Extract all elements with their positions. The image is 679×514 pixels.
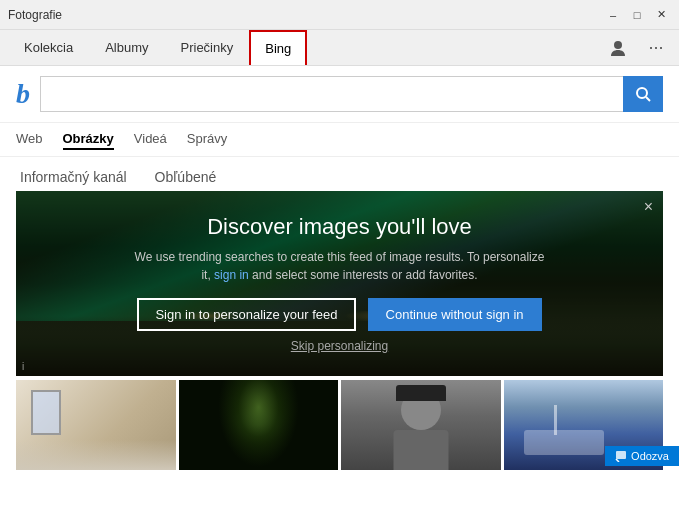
info-icon[interactable]: i (22, 361, 24, 372)
sign-in-personalize-button[interactable]: Sign in to personalize your feed (137, 298, 355, 331)
feedback-button[interactable]: Odozva (605, 446, 679, 466)
svg-point-0 (614, 41, 622, 49)
thumbnail-1[interactable] (16, 380, 176, 470)
svg-rect-3 (616, 451, 626, 459)
main-image-area: × Discover images you'll love We use tre… (16, 191, 663, 376)
tab-kolekcia[interactable]: Kolekcia (8, 30, 89, 65)
more-button[interactable]: ··· (641, 33, 671, 63)
close-button[interactable]: ✕ (651, 5, 671, 25)
content-area: b Web Obrázky Videá Správy Informačný ka… (0, 66, 679, 514)
person-cap (396, 385, 446, 401)
dialog-title: Discover images you'll love (207, 214, 472, 240)
bing-logo: b (16, 78, 30, 110)
account-button[interactable] (603, 33, 633, 63)
window-controls: – □ ✕ (603, 5, 671, 25)
nav-bar: Kolekcia Albumy Priečinky Bing ··· (0, 30, 679, 66)
mast-shape (554, 405, 557, 435)
thumb-floor (16, 440, 176, 470)
thumbnail-section: Odozva (0, 380, 679, 470)
forest-tunnel (179, 380, 339, 470)
search-icon (635, 86, 651, 102)
search-input[interactable] (40, 76, 623, 112)
tab-feed[interactable]: Informačný kanál (16, 167, 131, 187)
thumbnail-row (16, 380, 663, 470)
thumbnail-3[interactable] (341, 380, 501, 470)
sub-nav: Web Obrázky Videá Správy (0, 123, 679, 157)
account-icon (609, 39, 627, 57)
boat-shape (524, 430, 604, 455)
svg-line-4 (616, 459, 619, 462)
person-body (393, 430, 448, 470)
tab-bing[interactable]: Bing (249, 30, 307, 65)
main-tabs: Kolekcia Albumy Priečinky Bing (8, 30, 307, 65)
tab-priecinky[interactable]: Priečinky (165, 30, 250, 65)
search-bar: b (0, 66, 679, 123)
dialog-buttons: Sign in to personalize your feed Continu… (137, 298, 541, 331)
subnav-obrazky[interactable]: Obrázky (63, 129, 114, 150)
section-tabs: Informačný kanál Obľúbené (0, 157, 679, 191)
search-button[interactable] (623, 76, 663, 112)
subnav-videa[interactable]: Videá (134, 129, 167, 150)
dialog-description: We use trending searches to create this … (130, 248, 550, 284)
tab-favorites[interactable]: Obľúbené (151, 167, 221, 187)
dialog-close-button[interactable]: × (644, 199, 653, 215)
minimize-button[interactable]: – (603, 5, 623, 25)
skip-personalizing-link[interactable]: Skip personalizing (291, 339, 388, 353)
app-title: Fotografie (8, 8, 62, 22)
feedback-icon (615, 450, 627, 462)
sign-in-link[interactable]: sign in (214, 268, 249, 282)
thumb-window-decoration (31, 390, 61, 435)
more-icon: ··· (648, 37, 663, 58)
search-wrapper (40, 76, 663, 112)
subnav-web[interactable]: Web (16, 129, 43, 150)
title-bar: Fotografie – □ ✕ (0, 0, 679, 30)
overlay-dialog: × Discover images you'll love We use tre… (16, 191, 663, 376)
maximize-button[interactable]: □ (627, 5, 647, 25)
subnav-spravy[interactable]: Správy (187, 129, 227, 150)
tab-albumy[interactable]: Albumy (89, 30, 164, 65)
continue-without-signin-button[interactable]: Continue without sign in (368, 298, 542, 331)
svg-line-2 (646, 97, 650, 101)
nav-right: ··· (603, 33, 671, 63)
bing-logo-letter: b (16, 78, 30, 110)
svg-point-1 (637, 88, 647, 98)
thumbnail-2[interactable] (179, 380, 339, 470)
feedback-label: Odozva (631, 450, 669, 462)
